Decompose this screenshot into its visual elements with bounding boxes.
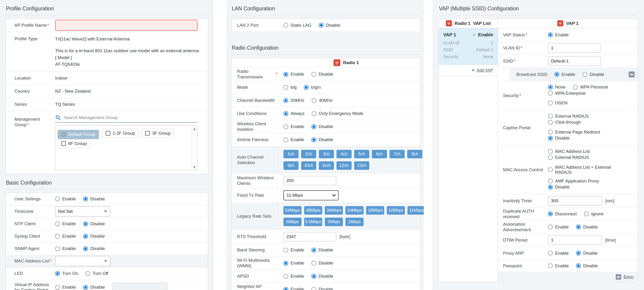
radio-circle-icon[interactable] [312, 98, 316, 103]
checkbox-icon[interactable] [61, 132, 66, 137]
dtim-period-input[interactable] [548, 235, 602, 245]
radio-circle-icon[interactable] [312, 124, 316, 129]
disable-radio[interactable]: Disable [319, 23, 340, 28]
radio-circle-icon[interactable] [86, 271, 90, 276]
basic-toggle-link[interactable]: Basic [624, 274, 634, 279]
radio-circle-icon[interactable] [312, 287, 316, 290]
enable-radio[interactable]: Enable [284, 124, 304, 129]
disable-radio[interactable]: Disable [312, 247, 333, 252]
3ch-button[interactable]: 3ch [319, 150, 334, 158]
click-through-radio[interactable]: Click-through [548, 120, 581, 125]
radio-circle-icon[interactable] [576, 224, 581, 229]
radio-circle-icon[interactable] [284, 98, 288, 103]
disable-radio[interactable]: Disable [312, 137, 333, 142]
radio-circle-icon[interactable] [284, 111, 288, 116]
enable-radio[interactable]: Enable [55, 285, 76, 290]
radio-circle-icon[interactable] [548, 179, 553, 183]
disable-radio[interactable]: Disable [576, 224, 598, 229]
enable-radio[interactable]: Enable [284, 260, 304, 266]
enable-radio[interactable]: Enable [284, 287, 304, 290]
disable-radio[interactable]: Disable [83, 221, 105, 226]
radio-circle-icon[interactable] [83, 196, 88, 201]
disable-radio[interactable]: Disable [312, 287, 333, 290]
radio-circle-icon[interactable] [312, 261, 316, 266]
radio-circle-icon[interactable] [548, 155, 553, 160]
40mhz-radio[interactable]: 40MHz [312, 98, 332, 103]
radio-circle-icon[interactable] [548, 263, 553, 268]
36mbps-button[interactable]: 36Mbps [325, 206, 343, 215]
listbox-scrollbar[interactable]: ▲ ▼ [191, 126, 197, 170]
radio-circle-icon[interactable] [284, 72, 288, 77]
scroll-down-icon[interactable]: ▼ [193, 165, 196, 169]
radio-circle-icon[interactable] [55, 221, 60, 226]
radio-circle-icon[interactable] [584, 211, 589, 216]
1ch-button[interactable]: 1ch [284, 150, 298, 158]
13ch-button[interactable]: 13ch [354, 161, 369, 170]
radio-circle-icon[interactable] [548, 91, 553, 96]
radio-circle-icon[interactable] [554, 72, 559, 77]
radio-circle-icon[interactable] [284, 85, 288, 90]
radio-circle-icon[interactable] [284, 248, 288, 252]
radio-circle-icon[interactable] [312, 111, 316, 116]
9ch-button[interactable]: 9ch [284, 161, 298, 170]
external-radius-radio[interactable]: External RADIUS [548, 155, 589, 160]
enable-radio[interactable]: Enable [55, 196, 76, 201]
collapse-minus-icon[interactable] [628, 72, 634, 77]
enable-radio[interactable]: Enable [284, 247, 304, 252]
only-emergency-mode-radio[interactable]: Only Emergency Mode [312, 111, 363, 116]
7ch-button[interactable]: 7ch [390, 150, 405, 158]
8ch-button[interactable]: 8ch [407, 150, 422, 158]
radio-circle-icon[interactable] [284, 137, 288, 142]
12ch-button[interactable]: 12ch [336, 161, 352, 170]
radio-circle-icon[interactable] [548, 32, 553, 37]
2ch-button[interactable]: 2ch [301, 150, 316, 158]
disable-radio[interactable]: Disable [576, 251, 598, 256]
radio-circle-icon[interactable] [55, 234, 60, 239]
radio-circle-icon[interactable] [83, 246, 88, 251]
radio-circle-icon[interactable] [83, 234, 88, 239]
enable-radio[interactable]: Enable [554, 72, 575, 77]
checkbox-icon[interactable] [106, 131, 110, 136]
disable-radio[interactable]: Disable [312, 274, 333, 279]
mac-address-list-external-radius-radio[interactable]: MAC Address List + External RADIUS [548, 165, 625, 175]
b-g-n-radio[interactable]: b/g/n [304, 85, 320, 90]
disable-radio[interactable]: Disable [83, 285, 105, 290]
disable-radio[interactable]: Disable [312, 260, 333, 266]
radio-circle-icon[interactable] [55, 271, 60, 276]
enable-radio[interactable]: Enable [548, 263, 569, 268]
radio-circle-icon[interactable] [548, 101, 553, 106]
disable-radio[interactable]: Disable [576, 263, 598, 268]
48mbps-button[interactable]: 48Mbps [304, 206, 322, 215]
6f-group-chip[interactable]: 6F Group [58, 139, 90, 148]
virtual-ip-input[interactable] [112, 283, 168, 290]
external-page-redirect-radio[interactable]: External Page Redirect [548, 130, 600, 135]
radio-circle-icon[interactable] [284, 124, 288, 129]
ssid-input[interactable] [548, 57, 601, 66]
scroll-up-icon[interactable]: ▲ [193, 127, 196, 131]
radio-circle-icon[interactable] [312, 72, 316, 77]
radio-circle-icon[interactable] [55, 196, 60, 201]
radio-circle-icon[interactable] [83, 221, 88, 226]
disconnect-radio[interactable]: Disconnect [548, 211, 577, 216]
timezone-select[interactable]: Not Set [55, 206, 110, 216]
collapse-minus-icon[interactable] [616, 274, 621, 280]
radio-circle-icon[interactable] [576, 263, 581, 268]
24mbps-button[interactable]: 24Mbps [346, 206, 364, 215]
disable-radio[interactable]: Disable [548, 184, 570, 190]
radio-circle-icon[interactable] [304, 85, 309, 90]
amf-application-proxy-radio[interactable]: AMF Application Proxy [548, 179, 599, 184]
ap-profile-name-input[interactable] [55, 20, 198, 31]
enable-radio[interactable]: Enable [284, 137, 304, 142]
ignore-radio[interactable]: Ignore [584, 211, 604, 216]
disable-radio[interactable]: Disable [312, 124, 333, 129]
enable-radio[interactable]: Enable [548, 32, 569, 38]
radio-circle-icon[interactable] [548, 114, 553, 119]
enable-radio[interactable]: Enable [284, 274, 304, 279]
radio-circle-icon[interactable] [582, 72, 587, 77]
default-group-chip[interactable]: Default Group [58, 130, 99, 139]
1mbps-button[interactable]: 1Mbps [346, 218, 364, 226]
disable-radio[interactable]: Disable [83, 196, 105, 201]
inactivity-timer-input[interactable] [548, 196, 602, 205]
4ch-button[interactable]: 4ch [336, 150, 352, 158]
11mbps-button[interactable]: 11Mbps [408, 206, 426, 215]
